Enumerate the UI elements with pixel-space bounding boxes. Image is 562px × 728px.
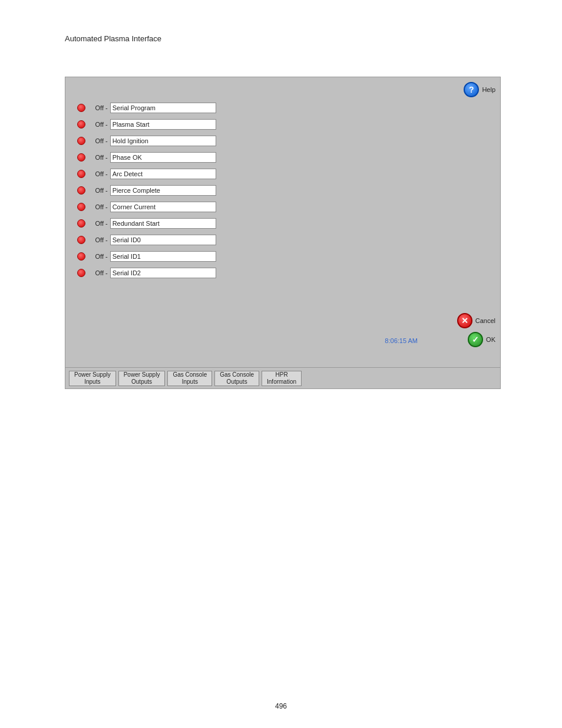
status-dot xyxy=(77,236,85,244)
status-dot xyxy=(77,120,85,129)
ok-icon[interactable]: ✓ xyxy=(468,332,483,347)
status-dot xyxy=(77,269,85,277)
app-title: Automated Plasma Interface xyxy=(65,34,161,43)
status-label: Off xyxy=(87,187,104,194)
help-label: Help xyxy=(482,86,495,93)
dash: - xyxy=(105,104,108,111)
dash: - xyxy=(105,220,108,227)
tab-3[interactable]: Gas Console Outputs xyxy=(214,371,259,386)
status-dot xyxy=(77,170,85,178)
help-icon[interactable]: ? xyxy=(464,82,479,97)
input-row: Off- xyxy=(77,117,260,131)
ok-row[interactable]: ✓ OK xyxy=(468,332,495,347)
status-label: Off xyxy=(87,137,104,144)
status-dot xyxy=(77,219,85,228)
status-label: Off xyxy=(87,203,104,210)
status-label: Off xyxy=(87,220,104,227)
dash: - xyxy=(105,253,108,260)
input-row: Off- xyxy=(77,183,260,197)
dash: - xyxy=(105,269,108,276)
input-row: Off- xyxy=(77,233,260,247)
cancel-row[interactable]: ✕ Cancel xyxy=(457,313,495,328)
input-field-corner-current[interactable] xyxy=(110,202,216,212)
status-dot xyxy=(77,252,85,261)
input-field-redundant-start[interactable] xyxy=(110,218,216,229)
tab-2[interactable]: Gas Console Inputs xyxy=(167,371,212,386)
input-field-serial-id0[interactable] xyxy=(110,235,216,245)
main-panel: ? Help Off-Off-Off-Off-Off-Off-Off-Off-O… xyxy=(65,77,501,389)
status-label: Off xyxy=(87,236,104,243)
input-row: Off- xyxy=(77,216,260,230)
dash: - xyxy=(105,236,108,243)
status-dot xyxy=(77,153,85,162)
input-field-pierce-complete[interactable] xyxy=(110,185,216,196)
input-field-serial-id1[interactable] xyxy=(110,251,216,262)
timestamp: 8:06:15 AM xyxy=(385,337,418,344)
status-label: Off xyxy=(87,104,104,111)
status-label: Off xyxy=(87,269,104,276)
help-button-area[interactable]: ? Help xyxy=(464,82,495,97)
dash: - xyxy=(105,137,108,144)
ok-label: OK xyxy=(486,336,495,343)
status-dot xyxy=(77,203,85,211)
input-row: Off- xyxy=(77,266,260,280)
input-row: Off- xyxy=(77,101,260,115)
status-dot xyxy=(77,137,85,145)
cancel-label: Cancel xyxy=(475,317,495,324)
status-label: Off xyxy=(87,154,104,161)
tab-0[interactable]: Power Supply Inputs xyxy=(69,371,116,386)
status-dot xyxy=(77,186,85,195)
input-field-arc-detect[interactable] xyxy=(110,169,216,179)
input-row: Off- xyxy=(77,167,260,181)
tab-1[interactable]: Power Supply Outputs xyxy=(118,371,166,386)
dash: - xyxy=(105,170,108,177)
input-row: Off- xyxy=(77,150,260,164)
input-row: Off- xyxy=(77,134,260,148)
tab-4[interactable]: HPR Information xyxy=(262,371,302,386)
dash: - xyxy=(105,154,108,161)
status-label: Off xyxy=(87,121,104,128)
status-dot xyxy=(77,104,85,112)
inputs-area: Off-Off-Off-Off-Off-Off-Off-Off-Off-Off-… xyxy=(77,101,260,282)
status-label: Off xyxy=(87,170,104,177)
input-field-serial-id2[interactable] xyxy=(110,268,216,278)
input-field-phase-ok[interactable] xyxy=(110,152,216,163)
dash: - xyxy=(105,121,108,128)
input-field-serial-program[interactable] xyxy=(110,103,216,113)
cancel-icon[interactable]: ✕ xyxy=(457,313,472,328)
input-row: Off- xyxy=(77,249,260,263)
dash: - xyxy=(105,203,108,210)
action-buttons: ✕ Cancel ✓ OK xyxy=(457,313,495,347)
input-field-plasma-start[interactable] xyxy=(110,119,216,130)
input-field-hold-ignition[interactable] xyxy=(110,136,216,146)
dash: - xyxy=(105,187,108,194)
page-number: 496 xyxy=(275,702,287,710)
input-row: Off- xyxy=(77,200,260,214)
tab-bar: Power Supply InputsPower Supply OutputsG… xyxy=(65,367,500,388)
status-label: Off xyxy=(87,253,104,260)
